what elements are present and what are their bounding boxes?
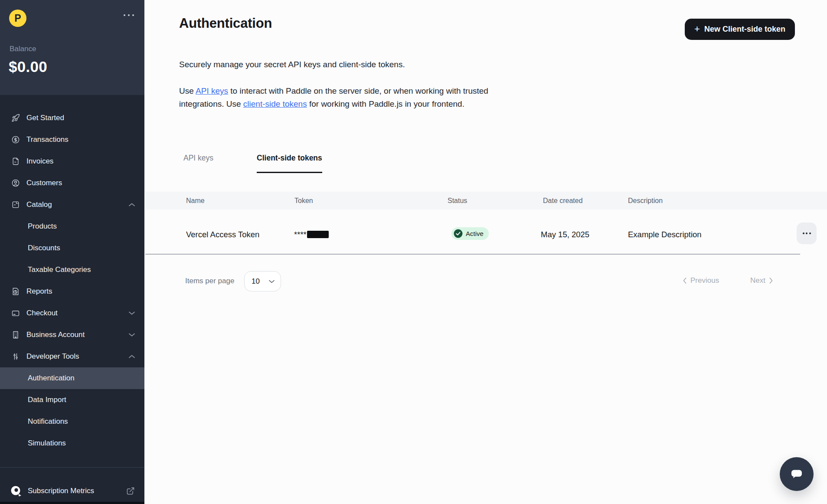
sidebar-item-customers[interactable]: Customers xyxy=(0,172,144,194)
sidebar-item-label: Simulations xyxy=(28,439,66,448)
sidebar-item-label: Checkout xyxy=(26,309,58,317)
token-masked-text: **** xyxy=(294,230,307,239)
sidebar-item-label: Discounts xyxy=(28,244,60,252)
sliders-icon xyxy=(11,352,20,361)
column-header-name: Name xyxy=(186,197,205,205)
status-badge: Active xyxy=(451,227,489,240)
sidebar-item-label: Developer Tools xyxy=(26,352,79,361)
sidebar-item-discounts[interactable]: Discounts xyxy=(0,237,144,259)
intro-text: Securely manage your secret API keys and… xyxy=(179,60,405,69)
sidebar-item-authentication[interactable]: Authentication xyxy=(0,367,144,389)
items-per-page-select[interactable]: 10 xyxy=(244,271,281,291)
external-link-icon xyxy=(126,487,135,495)
sidebar-divider xyxy=(0,467,144,468)
check-circle-icon xyxy=(454,229,463,238)
chat-button[interactable] xyxy=(780,457,814,491)
plus-icon: + xyxy=(694,24,700,34)
sidebar-nav: Get Started Transactions Invoices Custom… xyxy=(0,107,144,454)
balance-label: Balance xyxy=(10,45,36,53)
status-badge-label: Active xyxy=(466,230,484,237)
column-header-status: Status xyxy=(448,197,467,205)
dollar-circle-icon xyxy=(11,135,20,144)
chevron-up-icon xyxy=(129,203,135,206)
sidebar-item-business-account[interactable]: Business Account xyxy=(0,324,144,346)
tab-api-keys[interactable]: API keys xyxy=(183,154,213,173)
user-circle-icon xyxy=(11,179,20,187)
next-label: Next xyxy=(750,276,765,285)
description-cell: Example Description xyxy=(628,230,702,239)
sidebar-item-label: Catalog xyxy=(26,200,52,209)
column-header-token: Token xyxy=(294,197,313,205)
sidebar-item-label: Authentication xyxy=(28,374,75,383)
report-icon xyxy=(11,287,20,296)
sidebar-item-label: Transactions xyxy=(26,135,69,144)
client-side-tokens-link[interactable]: client-side tokens xyxy=(243,99,307,108)
row-actions-menu-button[interactable] xyxy=(797,223,817,244)
credit-card-icon xyxy=(11,309,20,317)
sidebar-item-label: Notifications xyxy=(28,417,68,426)
previous-page-button[interactable]: Previous xyxy=(683,276,719,285)
chevron-down-icon xyxy=(269,280,275,283)
sidebar-item-label: Data Import xyxy=(28,396,66,404)
profitwell-icon xyxy=(10,485,22,497)
sidebar-item-label: Business Account xyxy=(26,331,85,339)
next-page-button[interactable]: Next xyxy=(750,276,773,285)
items-per-page-label: Items per page xyxy=(185,277,234,285)
column-header-date-created: Date created xyxy=(543,197,583,205)
sidebar-item-simulations[interactable]: Simulations xyxy=(0,432,144,454)
paddle-logo-letter: P xyxy=(14,13,21,24)
column-header-description: Description xyxy=(628,197,663,205)
sidebar-item-notifications[interactable]: Notifications xyxy=(0,411,144,432)
invoice-icon xyxy=(11,157,20,166)
tabs: API keys Client-side tokens xyxy=(183,154,322,173)
chevron-up-icon xyxy=(129,355,135,358)
items-per-page-value: 10 xyxy=(252,277,260,286)
sidebar-item-taxable-categories[interactable]: Taxable Categories xyxy=(0,259,144,281)
balance-value: $0.00 xyxy=(9,58,47,75)
row-divider xyxy=(145,254,800,255)
chevron-right-icon xyxy=(769,278,773,284)
sidebar: P Balance $0.00 Get Started Transactions… xyxy=(0,0,144,504)
sidebar-item-developer-tools[interactable]: Developer Tools xyxy=(0,346,144,367)
tab-client-side-tokens[interactable]: Client-side tokens xyxy=(257,154,322,173)
sidebar-item-data-import[interactable]: Data Import xyxy=(0,389,144,411)
rocket-icon xyxy=(11,114,20,122)
sidebar-item-invoices[interactable]: Invoices xyxy=(0,151,144,172)
sidebar-item-checkout[interactable]: Checkout xyxy=(0,302,144,324)
sidebar-item-label: Taxable Categories xyxy=(28,265,91,274)
sidebar-item-subscription-metrics[interactable]: Subscription Metrics xyxy=(0,480,144,502)
intro-paragraph: Use API keys to interact with Paddle on … xyxy=(179,85,509,111)
paddle-logo[interactable]: P xyxy=(9,10,26,27)
new-client-side-token-button[interactable]: + New Client-side token xyxy=(685,19,795,40)
table-header xyxy=(145,192,827,209)
new-token-button-label: New Client-side token xyxy=(704,25,785,34)
sidebar-item-get-started[interactable]: Get Started xyxy=(0,107,144,129)
token-value-cell: **** xyxy=(294,230,329,239)
sidebar-item-reports[interactable]: Reports xyxy=(0,281,144,302)
sidebar-bottom-strip xyxy=(0,502,144,504)
sidebar-footer-label: Subscription Metrics xyxy=(28,487,94,495)
token-redaction-box xyxy=(307,231,329,238)
sidebar-item-label: Invoices xyxy=(26,157,53,166)
sidebar-item-products[interactable]: Products xyxy=(0,216,144,237)
chevron-left-icon xyxy=(683,278,686,284)
sidebar-item-label: Reports xyxy=(26,287,52,296)
previous-label: Previous xyxy=(690,276,719,285)
date-created-cell: May 15, 2025 xyxy=(541,230,589,239)
sidebar-item-catalog[interactable]: Catalog xyxy=(0,194,144,216)
building-icon xyxy=(11,331,20,339)
box-icon xyxy=(11,200,20,209)
sidebar-item-label: Get Started xyxy=(26,114,64,122)
page-title: Authentication xyxy=(179,16,272,31)
intro-segment: Use xyxy=(179,86,196,95)
sidebar-item-transactions[interactable]: Transactions xyxy=(0,129,144,151)
api-keys-link[interactable]: API keys xyxy=(196,86,228,95)
intro-segment: for working with Paddle.js in your front… xyxy=(307,99,464,108)
sidebar-item-label: Products xyxy=(28,222,57,231)
token-name-cell: Vercel Access Token xyxy=(186,230,259,239)
sidebar-overflow-menu-icon[interactable] xyxy=(124,14,134,16)
sidebar-item-label: Customers xyxy=(26,179,62,187)
chevron-down-icon xyxy=(129,311,135,315)
chevron-down-icon xyxy=(129,333,135,337)
sidebar-header: P Balance $0.00 xyxy=(0,0,144,95)
